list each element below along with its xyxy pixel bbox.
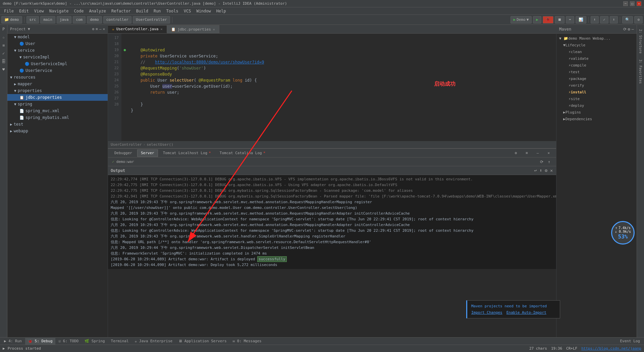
tree-item-service[interactable]: ▼ service [7, 47, 108, 54]
right-vtab-structure[interactable]: 2: Structure [637, 26, 644, 56]
tree-item-springmybatis[interactable]: 📄 spring_mybatis.xml [7, 114, 108, 121]
tab-close-usercontroller[interactable]: ✕ [160, 27, 162, 31]
maven-item-site[interactable]: ⚡ site [556, 95, 637, 102]
import-changes-link[interactable]: Import Changes [471, 310, 502, 315]
breadcrumb-selectuser[interactable]: selectUser() [147, 142, 173, 147]
menu-code[interactable]: Code [71, 8, 87, 14]
tomcat-catalina-tab[interactable]: Tomcat Catalina Log * [216, 149, 269, 157]
coverage-btn[interactable]: ☂ [566, 16, 574, 24]
maven-item-compile[interactable]: ⚡ compile [556, 62, 637, 69]
project-minimize-icon[interactable]: — [99, 27, 102, 31]
debug-layout-btn[interactable]: ≡ [522, 149, 532, 157]
tab-close-jdbc[interactable]: ✕ [213, 28, 215, 31]
project-close-icon[interactable]: ✕ [103, 27, 105, 31]
menu-view[interactable]: View [32, 8, 47, 14]
server-tab[interactable]: Server [137, 149, 158, 157]
profile-btn[interactable]: 📊 [576, 16, 586, 24]
com-breadcrumb[interactable]: com [73, 16, 86, 24]
tree-item-model[interactable]: ▼ model [7, 34, 108, 40]
structure-btn[interactable]: ≡ [1, 42, 7, 48]
menu-edit[interactable]: Edit [16, 8, 32, 14]
run-tab-messages[interactable]: ✉ 0: Messages [230, 338, 264, 345]
menu-tools[interactable]: Tools [164, 8, 181, 14]
maven-item-lifecycle[interactable]: ▼ Lifecycle [556, 42, 637, 48]
maven-refresh-icon[interactable]: ⟳ [623, 27, 627, 32]
output-scroll-btn[interactable]: ⬇ [539, 167, 543, 174]
close-button[interactable]: ✕ [637, 1, 641, 6]
debug-minimize-btn[interactable]: — [533, 149, 543, 157]
menu-run[interactable]: Run [151, 8, 164, 14]
restore-button[interactable]: □ [630, 1, 635, 6]
tree-item-test[interactable]: ▶ test [7, 121, 108, 128]
tree-item-mapper[interactable]: ▶ mapper [7, 81, 108, 87]
tomcat-localhost-tab[interactable]: Tomcat Localhost Log * [159, 149, 215, 157]
run-tab-run[interactable]: ▶ 4: Run [1, 338, 24, 345]
tab-jdbcproperties[interactable]: 📋 jdbc.properties ✕ [167, 25, 219, 33]
menu-navigate[interactable]: Navigate [47, 8, 71, 14]
maven-minimize-icon[interactable]: — [632, 27, 634, 32]
menu-analyze[interactable]: Analyze [86, 8, 109, 14]
run-btn[interactable]: ▶ [533, 16, 541, 24]
tree-item-spring[interactable]: ▼ spring [7, 101, 108, 107]
window-controls[interactable]: ─ □ ✕ [622, 1, 641, 6]
tab-usercontroller[interactable]: ☕ UserController.java ✕ [108, 25, 167, 33]
menu-refactor[interactable]: Refactor [109, 8, 133, 14]
project-tool-btn[interactable]: P [1, 26, 7, 32]
vcs-commit-btn[interactable]: ✓ [600, 16, 608, 24]
code-content[interactable]: @Autowired private UserService userServi… [128, 34, 556, 141]
maven-item-deploy[interactable]: ⚡ deploy [556, 102, 637, 109]
menu-build[interactable]: Build [133, 8, 151, 14]
menu-window[interactable]: Window [194, 8, 213, 14]
java-breadcrumb[interactable]: java [57, 16, 72, 24]
run-tab-todo[interactable]: ☑ 6: TODO [56, 338, 82, 345]
maven-item-install[interactable]: ⚡ install [556, 89, 637, 95]
tree-item-userserviceimpl[interactable]: 🔵 UserServiceImpl [7, 60, 108, 67]
tree-item-user[interactable]: 🔵 User [7, 40, 108, 47]
maven-item-test[interactable]: ⚡ test [556, 69, 637, 75]
menu-file[interactable]: File [1, 8, 16, 14]
todo-btn[interactable]: ✓ [1, 50, 7, 56]
project-selector[interactable]: 📁 demo [1, 16, 22, 24]
maven-item-clean[interactable]: ⚡ clean [556, 48, 637, 55]
maven-item-demo[interactable]: ▼ 📁 demo Maven Webap... [556, 35, 637, 42]
minimize-button[interactable]: ─ [623, 1, 628, 6]
tree-item-springmvc[interactable]: 📄 spring_mvc.xml [7, 107, 108, 114]
breadcrumb-usercontroller[interactable]: UserController [111, 142, 142, 147]
output-close-btn[interactable]: ✕ [549, 167, 553, 174]
class-breadcrumb[interactable]: UserController [133, 16, 170, 24]
deploy-redeploy-btn[interactable]: ⟳ [539, 159, 545, 165]
settings-btn[interactable]: ⚙ [634, 16, 643, 24]
run-tab-debug[interactable]: 🐞 5: Debug [25, 338, 55, 345]
tree-item-webapp[interactable]: ▶ webapp [7, 128, 108, 134]
maven-item-plugins[interactable]: ▶ Plugins [556, 109, 637, 116]
tree-item-userservice[interactable]: 🔵 UserService [7, 67, 108, 74]
debug-close-btn[interactable]: ✕ [544, 149, 553, 157]
maven-item-validate[interactable]: ⚡ validate [556, 55, 637, 62]
debug-settings-btn[interactable]: ⚙ [511, 149, 521, 157]
enable-autoimport-link[interactable]: Enable Auto-Import [506, 310, 546, 315]
debugger-tab[interactable]: Debugger [111, 149, 136, 157]
tree-item-serviceimpl[interactable]: ▼ serviceImpl [7, 54, 108, 60]
run-tab-spring[interactable]: 🌿 Spring [82, 338, 107, 345]
output-wrap-btn[interactable]: ↩ [534, 167, 538, 174]
tree-item-resources[interactable]: ▼ resources [7, 74, 108, 81]
search-btn[interactable]: 🔍 [622, 16, 633, 24]
vcs-push-btn[interactable]: ⬆ [610, 16, 618, 24]
run-tab-appservers[interactable]: 🖥 Application Servers [176, 338, 229, 345]
src-breadcrumb[interactable]: src [26, 16, 39, 24]
run-tab-terminal[interactable]: Terminal [108, 338, 131, 345]
bookmarks-btn[interactable]: ☆ [1, 34, 7, 40]
maven-item-dependencies[interactable]: ▶ Dependencies [556, 116, 637, 122]
output-settings-btn[interactable]: ⚙ [544, 167, 548, 174]
menu-help[interactable]: Help [214, 8, 229, 14]
menu-vcs[interactable]: VCS [181, 8, 194, 14]
project-settings-icon[interactable]: ≡ [96, 27, 98, 31]
maven-settings-icon[interactable]: ⚙ [628, 27, 630, 32]
tree-item-properties[interactable]: ▼ properties [7, 87, 108, 94]
right-vtab-favorites[interactable]: 3: Favorites [637, 56, 644, 87]
favorites-btn[interactable]: ♥ [1, 67, 7, 73]
vcs-update-btn[interactable]: ⬇ [591, 16, 599, 24]
database-btn[interactable]: 🗄 [1, 58, 7, 64]
stop-btn[interactable]: ⏹ [555, 16, 565, 24]
deploy-update-btn[interactable]: ↑ [546, 159, 552, 165]
